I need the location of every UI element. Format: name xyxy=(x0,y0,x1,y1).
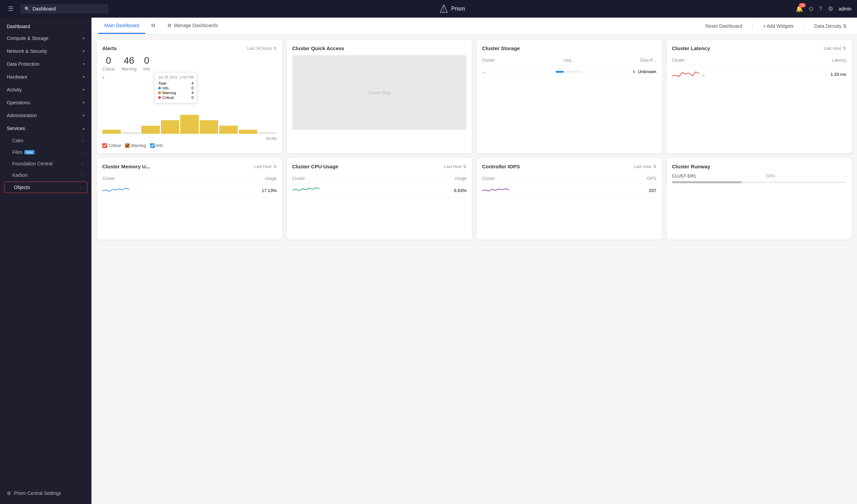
warning-stat: 46 Warning xyxy=(122,55,136,71)
runway-content: CLUST ER1 CPU - xyxy=(672,173,846,179)
sidebar-item-foundation-central[interactable]: Foundation Central ☆ xyxy=(0,158,91,169)
prism-central-settings-item[interactable]: ⚙ Prism Central Settings xyxy=(7,488,85,499)
main-content: Main Dashboard M ⚙ Manage Dashboards Res… xyxy=(91,18,857,504)
tab-m[interactable]: M xyxy=(145,18,162,34)
files-new-badge: New xyxy=(24,150,35,154)
sidebar-item-hardware[interactable]: Hardware ▾ xyxy=(0,70,91,83)
help-button[interactable]: ? xyxy=(819,5,822,13)
bar-chart-top-label: 6 xyxy=(102,75,277,80)
tab-manage-dashboards[interactable]: ⚙ Manage Dashboards xyxy=(161,18,224,34)
reset-dashboard-button[interactable]: Reset Dashboard xyxy=(702,21,745,31)
info-count: 0 xyxy=(143,55,150,66)
sidebar-sublabel-calm: Calm xyxy=(12,138,23,143)
hamburger-button[interactable]: ☰ xyxy=(5,4,16,14)
sidebar-item-services[interactable]: Services ▴ xyxy=(0,122,91,135)
cpu-col-usage: Usage xyxy=(455,176,467,181)
iops-table-header: Cluster IOPS xyxy=(482,173,656,184)
sort-icon: ⇅ xyxy=(843,23,847,29)
sidebar-item-calm[interactable]: Calm ☆ xyxy=(0,135,91,146)
tooltip-total-label: Total xyxy=(158,81,166,85)
legend-info: Info xyxy=(150,143,163,148)
sidebar-item-operations[interactable]: Operations ▾ xyxy=(0,96,91,109)
data-density-label: Data Density xyxy=(814,23,841,29)
sidebar-label-administration: Administration xyxy=(7,113,37,118)
add-widgets-button[interactable]: + Add Widgets xyxy=(759,21,797,31)
cluster-runway-header: Cluster Runway xyxy=(672,164,846,169)
sparkline-green-icon xyxy=(292,187,319,194)
warning-count: 46 xyxy=(122,55,136,66)
info-checkbox[interactable] xyxy=(150,143,155,148)
sidebar-item-data-protection[interactable]: Data Protection ▾ xyxy=(0,57,91,70)
info-label: Info xyxy=(143,67,150,71)
cluster-memory-title: Cluster Memory U... xyxy=(102,164,150,169)
star-icon-files[interactable]: ☆ xyxy=(81,150,85,155)
sidebar-sublabel-karbon: Karbon xyxy=(12,172,28,178)
search-input[interactable] xyxy=(33,6,104,12)
search-icon: 🔍 xyxy=(24,6,30,12)
gear-manage-icon: ⚙ xyxy=(167,23,172,28)
widget-cluster-quick-access: Cluster Quick Access Cluster Map xyxy=(287,40,472,153)
tab-divider-2 xyxy=(804,23,804,30)
cluster-quick-placeholder-text: Cluster Map xyxy=(368,90,391,95)
memory-cluster-name xyxy=(102,187,129,195)
chevron-down-icon: ▾ xyxy=(83,87,85,92)
chevron-down-icon: ▾ xyxy=(83,113,85,118)
memory-usage-value: 17.13% xyxy=(262,188,276,193)
notification-button[interactable]: 🔔 12 xyxy=(796,5,803,13)
iops-table-row: 207 xyxy=(482,184,656,198)
star-icon-karbon[interactable]: ☆ xyxy=(81,173,85,178)
widget-cluster-latency: Cluster Latency Last Hour ⇅ Cluster Late… xyxy=(667,40,852,153)
sidebar-label-hardware: Hardware xyxy=(7,74,28,80)
cluster-memory-header: Cluster Memory U... Last Hour ⇅ xyxy=(102,164,277,169)
sidebar-item-karbon[interactable]: Karbon ☆ xyxy=(0,169,91,181)
sparkline-blue-icon xyxy=(102,187,129,194)
search-box[interactable]: 🔍 xyxy=(20,4,108,14)
bar-1 xyxy=(102,130,121,134)
bar-6 xyxy=(200,120,218,134)
progress-bar-fill xyxy=(556,71,564,73)
star-icon-objects[interactable]: ☆ xyxy=(79,185,83,190)
warning-checkbox[interactable] xyxy=(125,143,130,148)
critical-checkbox[interactable] xyxy=(102,143,107,148)
cluster-latency-period[interactable]: Last Hour ⇅ xyxy=(824,46,846,51)
tooltip-total-row: Total 4 xyxy=(158,81,194,85)
alerts-bar-chart xyxy=(102,107,277,134)
cpu-table-header: Cluster Usage xyxy=(292,173,467,184)
critical-label: Critical xyxy=(102,67,115,71)
top-navigation: ☰ 🔍 Prism 🔔 12 ⊙ ? ⚙ admin xyxy=(0,0,857,18)
cluster-cpu-period[interactable]: Last Hour ⇅ xyxy=(444,164,467,169)
star-icon-calm[interactable]: ☆ xyxy=(81,138,85,143)
memory-col-cluster: Cluster xyxy=(102,176,115,181)
scrollbar-thumb xyxy=(672,181,742,183)
sidebar-sublabel-objects: Objects xyxy=(14,185,30,190)
sidebar-item-files[interactable]: Files New ☆ xyxy=(0,146,91,158)
controller-iops-period[interactable]: Last Hour ⇅ xyxy=(634,164,656,169)
user-status-button[interactable]: ⊙ xyxy=(809,5,814,13)
memory-col-usage: Usage xyxy=(265,176,277,181)
bar-9 xyxy=(258,132,277,134)
bottom-scrollbar[interactable] xyxy=(672,181,846,183)
tab-divider xyxy=(752,23,753,30)
memory-table-row: 17.13% xyxy=(102,184,277,198)
runway-value: - xyxy=(845,174,846,179)
settings-button[interactable]: ⚙ xyxy=(828,5,833,13)
cluster-memory-period[interactable]: Last Hour ⇅ xyxy=(254,164,276,169)
add-widgets-label: + Add Widgets xyxy=(763,23,794,29)
tab-main-dashboard[interactable]: Main Dashboard xyxy=(98,18,145,34)
prism-settings-label: Prism Central Settings xyxy=(14,490,61,496)
sidebar-item-objects[interactable]: Objects ☆ xyxy=(4,182,87,193)
tooltip-info-value: 0 xyxy=(191,86,194,90)
star-icon-foundation[interactable]: ☆ xyxy=(81,161,85,166)
storage-status: Unknown xyxy=(598,69,656,74)
widget-alerts: Alerts Last 24 hours ⇅ 0 Critical 46 War… xyxy=(97,40,282,153)
latency-cluster-name: ... xyxy=(672,69,706,79)
sidebar-item-network-security[interactable]: Network & Security ▾ xyxy=(0,45,91,57)
sidebar-item-compute-storage[interactable]: Compute & Storage ▾ xyxy=(0,32,91,45)
data-density-button[interactable]: Data Density ⇅ xyxy=(811,21,850,31)
iops-col-cluster: Cluster xyxy=(482,176,495,181)
sidebar-label-data-protection: Data Protection xyxy=(7,61,40,67)
alerts-period[interactable]: Last 24 hours ⇅ xyxy=(247,46,277,51)
sidebar-item-administration[interactable]: Administration ▾ xyxy=(0,109,91,122)
sidebar-item-activity[interactable]: Activity ▾ xyxy=(0,83,91,96)
alerts-widget-title: Alerts xyxy=(102,45,117,51)
